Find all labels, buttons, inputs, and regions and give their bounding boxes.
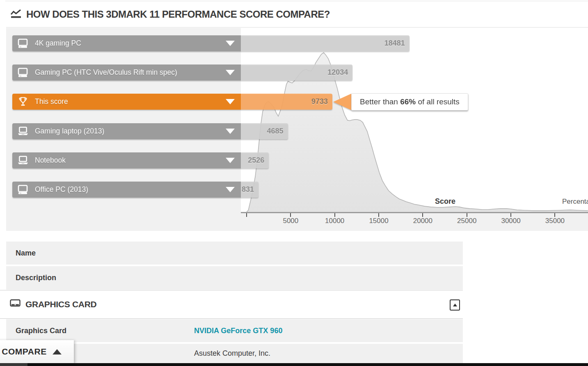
bar-label-text: This score xyxy=(35,97,68,106)
axis-tick xyxy=(467,213,467,217)
chevron-up-icon xyxy=(453,304,457,306)
bar-dropdown-preset[interactable]: Office PC (2013) xyxy=(12,182,241,198)
bar-label-text: Gaming PC (HTC Vive/Oculus Rift min spec… xyxy=(35,68,177,77)
bottom-bar xyxy=(0,363,588,366)
bar-dropdown-preset[interactable]: Gaming PC (HTC Vive/Oculus Rift min spec… xyxy=(12,64,241,81)
chevron-down-icon[interactable] xyxy=(226,158,235,163)
section-title: GRAPHICS CARD xyxy=(25,299,96,309)
axis-tick xyxy=(246,213,247,217)
page-title: HOW DOES THIS 3DMARK 11 PERFORMANCE SCOR… xyxy=(26,7,330,20)
bar-label-text: Office PC (2013) xyxy=(35,185,88,194)
bar-score-value: 4685 xyxy=(241,123,288,139)
bar-score-value: 9733 xyxy=(241,94,332,110)
y-axis-title: Percentage xyxy=(562,198,588,206)
graphics-card-link[interactable]: NVIDIA GeForce GTX 960 xyxy=(194,327,282,335)
bar-row: This score9733Better than 66% of all res… xyxy=(12,94,468,110)
compare-button-label: COMPARE xyxy=(2,347,46,357)
row-label: Description xyxy=(16,274,194,282)
axis-tick xyxy=(554,213,555,217)
graphics-card-section-header: GRAPHICS CARD xyxy=(6,290,463,318)
distribution-plot-area xyxy=(241,28,588,212)
manufacturer-value: Asustek Computer, Inc. xyxy=(194,349,270,358)
bar-row: Notebook2526 xyxy=(12,152,269,168)
axis-tick-label: 20000 xyxy=(413,217,432,225)
chevron-down-icon[interactable] xyxy=(226,129,235,134)
x-axis-line xyxy=(241,212,588,213)
bar-label-text: 4K gaming PC xyxy=(35,39,81,48)
table-row-graphics-card: Graphics Card NVIDIA GeForce GTX 960 xyxy=(6,319,463,342)
compare-button[interactable]: COMPARE xyxy=(0,340,74,363)
bar-score-value: 831 xyxy=(241,182,259,198)
table-row-description: Description xyxy=(6,266,463,290)
bar-dropdown-preset[interactable]: Gaming laptop (2013) xyxy=(12,123,241,139)
bar-dropdown-this-score[interactable]: This score xyxy=(12,94,241,110)
bar-score-value: 2526 xyxy=(241,152,269,168)
bar-label-text: Gaming laptop (2013) xyxy=(35,127,104,136)
bar-row: Gaming PC (HTC Vive/Oculus Rift min spec… xyxy=(12,64,352,81)
axis-tick-label: 5000 xyxy=(283,217,298,225)
table-row-manufacturer: Asustek Computer, Inc. xyxy=(6,344,463,363)
axis-tick-label: 35000 xyxy=(545,217,565,225)
line-chart-icon xyxy=(10,9,22,21)
bar-row: Office PC (2013)831 xyxy=(12,182,259,198)
chevron-down-icon[interactable] xyxy=(226,70,235,75)
bar-row: Gaming laptop (2013)4685 xyxy=(12,123,288,139)
axis-tick xyxy=(334,213,335,217)
chevron-down-icon[interactable] xyxy=(226,99,235,104)
better-than-tooltip: Better than 66% of all results xyxy=(351,93,468,110)
desktop-icon xyxy=(18,185,28,195)
table-row-name: Name xyxy=(6,242,463,265)
axis-tick-label: 30000 xyxy=(501,217,520,225)
tooltip-arrow xyxy=(333,94,351,110)
desktop-icon xyxy=(18,39,28,48)
desktop-icon xyxy=(18,68,28,78)
bar-score-value: 18481 xyxy=(241,35,410,51)
axis-tick xyxy=(378,213,379,217)
collapse-section-button[interactable] xyxy=(450,299,460,311)
score-compare-chart: 500010000150002000025000300003500040000 … xyxy=(6,28,588,231)
laptop-icon xyxy=(18,126,28,136)
row-label: Name xyxy=(16,249,194,258)
monitor-icon xyxy=(10,299,21,310)
distribution-curve xyxy=(241,28,588,212)
chevron-down-icon[interactable] xyxy=(226,187,235,192)
row-label: Graphics Card xyxy=(16,327,194,335)
bar-dropdown-preset[interactable]: Notebook xyxy=(12,152,241,168)
axis-tick xyxy=(290,213,291,217)
chevron-down-icon[interactable] xyxy=(226,41,235,46)
section-header-compare: HOW DOES THIS 3DMARK 11 PERFORMANCE SCOR… xyxy=(6,0,588,28)
bar-dropdown-preset[interactable]: 4K gaming PC xyxy=(12,35,241,51)
chevron-up-icon xyxy=(53,349,62,354)
x-axis-title: Score xyxy=(435,197,455,206)
laptop-icon xyxy=(18,155,28,165)
divider xyxy=(0,318,463,319)
bar-label-text: Notebook xyxy=(35,156,66,165)
axis-tick-label: 10000 xyxy=(325,217,344,225)
trophy-icon xyxy=(18,97,28,107)
bar-score-value: 12034 xyxy=(241,64,352,81)
axis-tick xyxy=(422,213,423,217)
bar-row: 4K gaming PC18481 xyxy=(12,35,410,51)
axis-tick-label: 25000 xyxy=(457,217,476,225)
axis-tick xyxy=(510,213,511,217)
bottom-bar-segment xyxy=(0,363,27,366)
axis-tick-label: 15000 xyxy=(369,217,388,225)
